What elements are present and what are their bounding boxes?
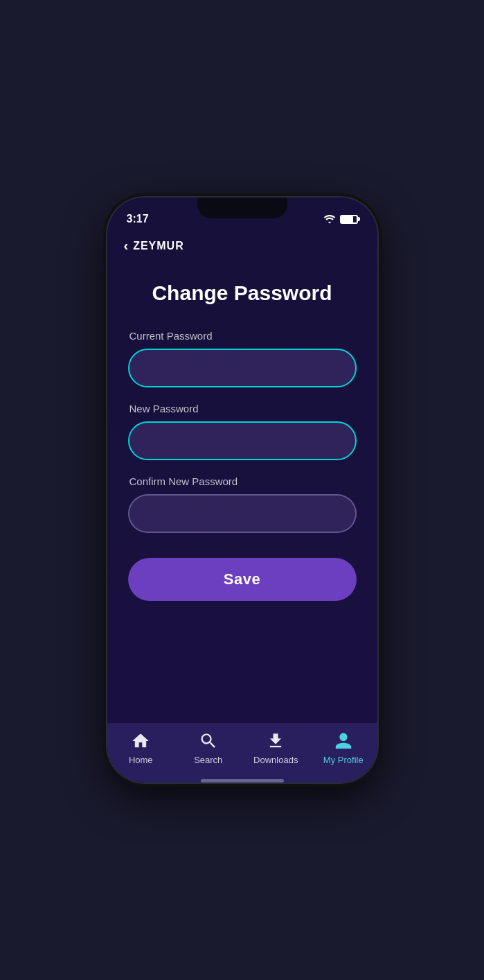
back-button[interactable]: ‹ ZEYMUR xyxy=(124,238,184,254)
page-title: Change Password xyxy=(152,281,332,305)
home-icon xyxy=(131,731,150,751)
bottom-indicator xyxy=(107,779,377,782)
nav-label-my-profile: My Profile xyxy=(323,755,364,765)
nav-label-downloads: Downloads xyxy=(253,755,298,765)
nav-label-home: Home xyxy=(129,755,153,765)
header-nav: ‹ ZEYMUR xyxy=(107,231,377,261)
nav-item-my-profile[interactable]: My Profile xyxy=(319,731,368,765)
downloads-icon xyxy=(266,731,285,751)
back-label: ZEYMUR xyxy=(133,240,184,252)
nav-label-search: Search xyxy=(194,755,222,765)
my-profile-icon xyxy=(334,731,353,751)
back-arrow-icon: ‹ xyxy=(124,238,129,254)
status-time: 3:17 xyxy=(127,213,149,225)
bottom-nav: Home Search Downloads xyxy=(107,723,377,779)
nav-item-search[interactable]: Search xyxy=(184,731,233,765)
confirm-password-label: Confirm New Password xyxy=(128,475,357,487)
new-password-input[interactable] xyxy=(128,421,357,460)
battery-icon xyxy=(340,215,358,224)
indicator-bar xyxy=(201,779,284,782)
wifi-icon xyxy=(323,214,336,224)
search-icon xyxy=(199,731,218,751)
current-password-group: Current Password xyxy=(128,330,357,387)
save-button[interactable]: Save xyxy=(128,558,357,601)
status-icons xyxy=(323,214,358,224)
main-content: Change Password Current Password New Pas… xyxy=(107,261,377,723)
new-password-group: New Password xyxy=(128,403,357,460)
nav-item-home[interactable]: Home xyxy=(116,731,165,765)
current-password-label: Current Password xyxy=(128,330,357,342)
confirm-password-input[interactable] xyxy=(128,494,357,533)
confirm-password-group: Confirm New Password xyxy=(128,475,357,533)
phone-body: 3:17 ‹ ZEYMUR xyxy=(107,198,377,782)
notch xyxy=(197,198,287,218)
screen: 3:17 ‹ ZEYMUR xyxy=(107,198,377,782)
nav-item-downloads[interactable]: Downloads xyxy=(251,731,300,765)
current-password-input[interactable] xyxy=(128,349,357,387)
phone-frame: 3:17 ‹ ZEYMUR xyxy=(0,0,484,980)
new-password-label: New Password xyxy=(128,403,357,414)
